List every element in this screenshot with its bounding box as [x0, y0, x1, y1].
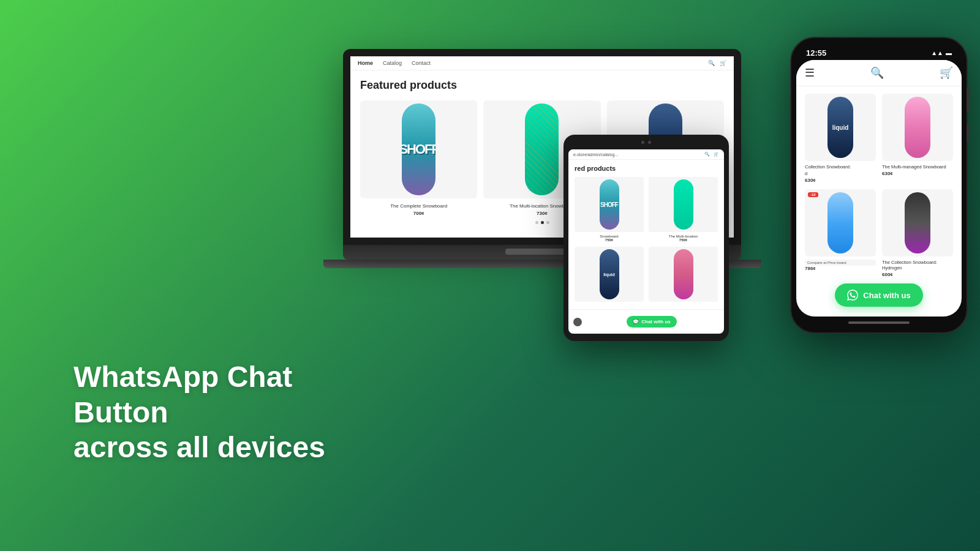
- phone-volume-button: [967, 124, 969, 142]
- phone-device: 12:55 ▲▲ ▬ ☰ 🔍 🛒: [790, 37, 968, 334]
- tablet-bottom-bar: 💬 Chat with us: [568, 309, 724, 334]
- tablet-navbar: e-store/admin/catalog... 🔍 🛒: [568, 149, 724, 160]
- tablet-cart-icon[interactable]: 🛒: [714, 152, 719, 157]
- phone-navbar: ☰ 🔍 🛒: [796, 60, 962, 86]
- phone-product-price-2: 630¢: [882, 171, 953, 176]
- phone-power-button: [967, 87, 969, 111]
- phone-product-price-3: 786¢: [805, 266, 876, 271]
- tablet-product-img-3: [575, 247, 644, 302]
- phone-main: Collection Snowboard: d 630¢ The Multi-m…: [796, 86, 962, 317]
- phone-board-2: [905, 97, 930, 158]
- phone-product-3: -10 Compare at Price board 786¢: [805, 189, 876, 277]
- phone-product-2: The Multi-managed Snowboard 630¢: [882, 94, 953, 183]
- phone-status-icons: ▲▲ ▬: [931, 50, 952, 56]
- product-name-1: The Complete Snowboard: [360, 203, 477, 209]
- shop-navbar: Home Catalog Contact 🔍 🛒: [350, 56, 734, 70]
- phone-search-icon[interactable]: 🔍: [870, 66, 884, 80]
- phone-products-grid: Collection Snowboard: d 630¢ The Multi-m…: [805, 94, 953, 277]
- phone-product-1: Collection Snowboard: d 630¢: [805, 94, 876, 183]
- whatsapp-phone-label: Chat with us: [863, 291, 910, 300]
- shop-section-title: Featured products: [360, 79, 724, 92]
- phone-time: 12:55: [806, 48, 826, 58]
- snowboard-image-1: [402, 103, 435, 195]
- phone-frame: 12:55 ▲▲ ▬ ☰ 🔍 🛒: [790, 37, 968, 334]
- headline-line2: across all devices: [74, 431, 325, 463]
- phone-screen: ☰ 🔍 🛒 Collection Snowboard: d 630: [796, 60, 962, 317]
- tablet-main: red products Snowboard 750¢: [568, 160, 724, 309]
- tablet-sensor-dot: [648, 141, 651, 144]
- nav-home: Home: [358, 60, 373, 66]
- sale-badge: -10: [808, 192, 818, 197]
- tablet-frame: e-store/admin/catalog... 🔍 🛒 red product…: [564, 135, 729, 341]
- phone-home-indicator: [848, 321, 910, 324]
- hero-text: WhatsApp Chat Button across all devices: [74, 359, 380, 465]
- phone-product-name-4: The Collection Snowboard: Hydrogen: [882, 260, 953, 271]
- phone-product-img-2: [882, 94, 953, 161]
- tablet-product-price-1: 750¢: [575, 238, 644, 242]
- tablet-product-3: [575, 247, 644, 304]
- tablet-camera-dot: [641, 141, 644, 144]
- whatsapp-tablet-label: Chat with us: [641, 319, 671, 324]
- tablet-product-1: Snowboard 750¢: [575, 177, 644, 242]
- wifi-icon: ▲▲: [931, 50, 943, 56]
- page-dot[interactable]: [535, 221, 538, 224]
- tablet-product-img-2: [649, 177, 718, 232]
- tablet-products: Snowboard 750¢ The Multi-location 750¢: [575, 177, 718, 242]
- whatsapp-tablet-icon: 💬: [633, 319, 639, 324]
- phone-menu-icon[interactable]: ☰: [805, 66, 815, 80]
- page-dot[interactable]: [546, 221, 549, 224]
- phone-product-price-1: 630¢: [805, 178, 876, 183]
- headline-line1: WhatsApp Chat Button: [74, 361, 292, 429]
- cart-icon[interactable]: 🛒: [720, 60, 726, 66]
- tablet-board-1: [600, 179, 619, 230]
- whatsapp-chat-button-tablet[interactable]: 💬 Chat with us: [627, 316, 677, 328]
- phone-product-name-1b: d: [805, 171, 876, 176]
- tablet-products-row2: [575, 247, 718, 304]
- tablet-camera: [641, 141, 651, 144]
- product-image-1: [360, 100, 477, 198]
- whatsapp-chat-button-phone[interactable]: Chat with us: [835, 283, 922, 307]
- tablet-section-title: red products: [575, 165, 718, 172]
- phone-product-img-3: -10: [805, 189, 876, 257]
- whatsapp-phone-icon: [847, 290, 858, 301]
- phone-product-name-2: The Multi-managed Snowboard: [882, 164, 953, 170]
- headline: WhatsApp Chat Button across all devices: [74, 359, 380, 465]
- product-price-1: 700¢: [360, 211, 477, 216]
- tablet-product-price-2: 750¢: [649, 238, 718, 242]
- tablet-device: e-store/admin/catalog... 🔍 🛒 red product…: [564, 135, 729, 341]
- tablet-board-2: [674, 179, 693, 230]
- phone-product-price-4: 600¢: [882, 272, 953, 277]
- tablet-board-4: [674, 249, 693, 299]
- tablet-url: e-store/admin/catalog...: [573, 152, 618, 157]
- product-card-1: The Complete Snowboard 700¢: [360, 100, 477, 216]
- tablet-product-img-1: [575, 177, 644, 232]
- phone-board-4: [905, 192, 930, 253]
- page-dot-active[interactable]: [541, 221, 544, 224]
- phone-product-4: The Collection Snowboard: Hydrogen 600¢: [882, 189, 953, 277]
- tablet-product-img-4: [649, 247, 718, 302]
- tablet-search-icon[interactable]: 🔍: [704, 152, 710, 157]
- tablet-nav-icons: 🔍 🛒: [704, 152, 719, 157]
- tablet-product-2: The Multi-location 750¢: [649, 177, 718, 242]
- search-icon[interactable]: 🔍: [708, 60, 715, 66]
- phone-board-3: [827, 192, 853, 253]
- tablet-board-3: [600, 249, 619, 299]
- snowboard-image-2: [525, 103, 559, 195]
- phone-board-1: [827, 97, 853, 158]
- phone-product-name-1a: Collection Snowboard:: [805, 164, 876, 170]
- compare-price-badge: Compare at Price board: [805, 260, 876, 266]
- phone-product-img-4: [882, 189, 953, 257]
- tablet-user-avatar: [573, 318, 582, 326]
- tablet-product-4: [649, 247, 718, 304]
- tablet-screen: e-store/admin/catalog... 🔍 🛒 red product…: [568, 149, 724, 334]
- phone-cart-icon[interactable]: 🛒: [940, 66, 953, 80]
- nav-contact: Contact: [412, 60, 431, 66]
- nav-icons: 🔍 🛒: [708, 60, 726, 66]
- devices-container: Home Catalog Contact 🔍 🛒 Featured produc…: [306, 0, 980, 551]
- nav-catalog: Catalog: [383, 60, 402, 66]
- phone-product-img-1: [805, 94, 876, 161]
- phone-status-bar: 12:55 ▲▲ ▬: [796, 47, 962, 59]
- battery-icon: ▬: [946, 50, 952, 56]
